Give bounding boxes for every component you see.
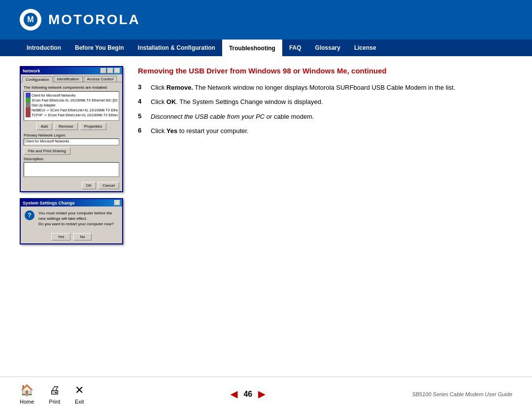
sys-button-row: Yes No — [21, 231, 122, 243]
file-print-button[interactable]: File and Print Sharing — [24, 147, 70, 155]
nav-introduction[interactable]: Introduction — [20, 39, 68, 56]
list-item: 3Com Fast EtherLink-XL 10/100Mb TX Ether… — [25, 98, 118, 103]
page-number: 46 — [243, 390, 252, 399]
add-button[interactable]: Add — [36, 123, 52, 130]
home-label: Home — [20, 399, 34, 405]
page-title: Removing the USB Driver from Windows 98 … — [138, 66, 512, 76]
yes-button[interactable]: Yes — [51, 233, 70, 240]
description-label: Description — [24, 157, 119, 161]
home-nav-item[interactable]: 🏠 Home — [20, 384, 34, 405]
network-dialog: Network _ □ ✕ Configuration Identificati… — [20, 66, 123, 192]
step-6: 6 Click Yes to restart your computer. — [138, 126, 512, 136]
minimize-button[interactable]: _ — [100, 68, 106, 73]
right-panel: Removing the USB Driver from Windows 98 … — [138, 66, 512, 367]
list-item: Dial Up Adapter — [25, 103, 118, 107]
step-4: 4 Click OK. The System Settings Change w… — [138, 97, 512, 107]
step-num-3: 3 — [138, 83, 146, 91]
list-item: NetBEUI -> 3Com Fast EtherLink>XL 10/100… — [25, 107, 118, 112]
nav-before-you-begin[interactable]: Before You Begin — [68, 39, 131, 56]
step-5: 5 Disconnect the USB cable from your PC … — [138, 112, 512, 122]
primary-network-label: Primary Network Logon: — [24, 133, 119, 137]
nav-installation[interactable]: Installation & Configuration — [131, 39, 222, 56]
sys-body: ? You must restart your computer before … — [21, 206, 122, 231]
nav-glossary[interactable]: Glossary — [308, 39, 347, 56]
step-text-3: Click Remove. The Network window no long… — [151, 83, 455, 93]
tab-access-control[interactable]: Access Control — [84, 76, 117, 82]
footer-navigation: 🏠 Home 🖨 Print ✕ Exit — [20, 384, 84, 405]
components-listbox[interactable]: Client for Microsoft Networks 3Com Fast … — [24, 91, 119, 121]
network-dialog-tabs: Configuration Identification Access Cont… — [21, 74, 122, 82]
ok-button[interactable]: OK — [82, 182, 97, 189]
step-num-4: 4 — [138, 98, 146, 105]
remove-button[interactable]: Remove — [54, 123, 78, 130]
home-icon: 🏠 — [20, 384, 33, 397]
step-3: 3 Click Remove. The Network window no lo… — [138, 83, 512, 93]
motorola-logo: M — [20, 9, 41, 31]
primary-network-dropdown[interactable]: Client for Microsoft Networks — [24, 138, 119, 145]
network-dialog-title: Network — [23, 68, 40, 73]
dialog-action-buttons: Add Remove Properties — [24, 123, 119, 130]
exit-nav-item[interactable]: ✕ Exit — [75, 384, 84, 405]
navbar: Introduction Before You Begin Installati… — [0, 39, 532, 56]
exit-icon: ✕ — [75, 384, 84, 397]
list-item: TCP/IP -> 3Com Fast EtherLink>XL 10/100M… — [25, 112, 118, 117]
sys-title: System Settings Change — [23, 201, 75, 206]
step-text-4: Click OK. The System Settings Change win… — [151, 97, 323, 107]
sys-message: You must restart your computer before th… — [38, 210, 118, 227]
sys-message-line2: Do you want to restart your computer now… — [38, 221, 118, 227]
guide-title: SB5100 Series Cable Modem User Guide — [412, 391, 512, 397]
nav-troubleshooting[interactable]: Troubleshooting — [222, 39, 282, 56]
no-button[interactable]: No — [73, 233, 91, 240]
sys-settings-dialog: System Settings Change ✕ ? You must rest… — [20, 198, 123, 244]
network-dialog-titlebar: Network _ □ ✕ — [21, 67, 122, 74]
description-box — [24, 162, 119, 177]
tab-identification[interactable]: Identification — [54, 76, 83, 82]
footer: 🏠 Home 🖨 Print ✕ Exit ◀ 46 ▶ SB5100 Seri… — [0, 377, 532, 411]
footer-center: ◀ 46 ▶ — [231, 389, 265, 400]
sys-titlebar-buttons: ✕ — [114, 200, 120, 206]
close-button[interactable]: ✕ — [114, 68, 120, 73]
print-label: Print — [49, 399, 60, 405]
prev-page-arrow[interactable]: ◀ — [231, 389, 237, 400]
main-content: Network _ □ ✕ Configuration Identificati… — [0, 56, 532, 377]
step-text-5: Disconnect the USB cable from your PC or… — [151, 112, 314, 122]
question-icon: ? — [25, 210, 34, 220]
dialog-ok-row: OK Cancel — [21, 180, 122, 191]
maximize-button[interactable]: □ — [107, 68, 113, 73]
installed-label: The following network components are ins… — [24, 85, 119, 90]
sys-message-line1: You must restart your computer before th… — [38, 210, 118, 221]
nav-faq[interactable]: FAQ — [282, 39, 308, 56]
titlebar-buttons: _ □ ✕ — [100, 68, 120, 73]
sys-titlebar: System Settings Change ✕ — [21, 199, 122, 206]
network-dialog-body: The following network components are ins… — [21, 82, 122, 180]
properties-button[interactable]: Properties — [80, 123, 106, 130]
brand-name: MOTOROLA — [48, 12, 140, 28]
step-text-6: Click Yes to restart your computer. — [151, 126, 249, 136]
next-page-arrow[interactable]: ▶ — [258, 389, 265, 400]
step-num-6: 6 — [138, 127, 146, 134]
tab-configuration[interactable]: Configuration — [22, 76, 53, 82]
print-icon: 🖨 — [49, 384, 60, 397]
svg-text:M: M — [27, 15, 33, 24]
header: M MOTOROLA — [0, 0, 532, 39]
left-panel: Network _ □ ✕ Configuration Identificati… — [20, 66, 123, 367]
print-nav-item[interactable]: 🖨 Print — [49, 384, 60, 405]
nav-license[interactable]: License — [347, 39, 383, 56]
cancel-button[interactable]: Cancel — [98, 182, 119, 189]
sys-close-button[interactable]: ✕ — [114, 200, 120, 206]
step-num-5: 5 — [138, 112, 146, 120]
exit-label: Exit — [75, 399, 84, 405]
list-item: Client for Microsoft Networks — [25, 93, 118, 98]
